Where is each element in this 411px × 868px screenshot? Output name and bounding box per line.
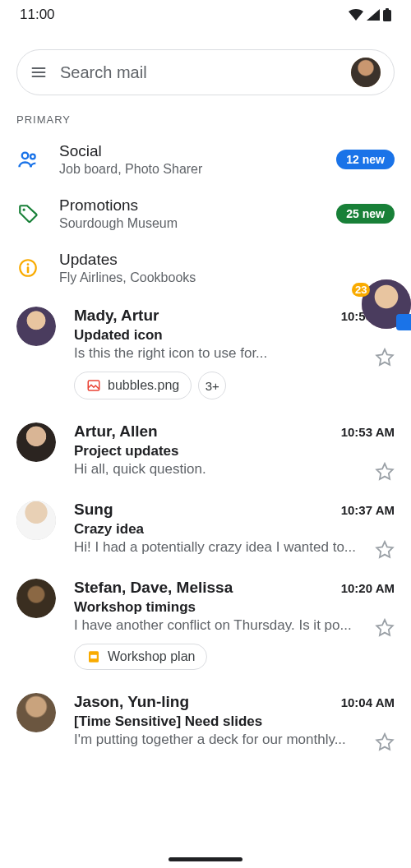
email-preview: Hi all, quick question.: [74, 461, 395, 478]
chip-label: Workshop plan: [108, 649, 195, 664]
image-icon: [86, 378, 101, 393]
svg-rect-10: [90, 655, 97, 659]
email-subject: Crazy idea: [74, 521, 395, 538]
email-time: 10:53 AM: [341, 425, 395, 439]
sender-avatar[interactable]: [16, 693, 56, 732]
attachment-chip[interactable]: bubbles.png: [74, 372, 192, 399]
attachment-more[interactable]: 3+: [198, 372, 226, 399]
people-icon: [16, 148, 39, 171]
tab-subtitle: Job board, Photo Sharer: [59, 162, 316, 177]
email-preview: I'm putting together a deck for our mont…: [74, 732, 395, 748]
search-input[interactable]: Search mail: [60, 63, 338, 82]
svg-rect-1: [386, 8, 389, 11]
tab-subtitle: Fly Airlines, Cookbooks: [59, 270, 395, 285]
star-icon[interactable]: [375, 348, 395, 367]
chip-label: bubbles.png: [108, 378, 179, 393]
badge-new: 12 new: [336, 150, 395, 169]
email-time: 10:37 AM: [341, 503, 395, 517]
menu-icon[interactable]: [30, 64, 47, 81]
email-subject: Updated icon: [74, 327, 395, 344]
tab-subtitle: Sourdough Museum: [59, 216, 316, 231]
email-subject: Workshop timings: [74, 599, 395, 616]
status-time: 11:00: [20, 7, 55, 23]
email-item[interactable]: Sung 10:37 AM Crazy idea Hi! I had a pot…: [0, 489, 411, 567]
tab-social[interactable]: Social Job board, Photo Sharer 12 new: [0, 132, 411, 187]
home-indicator[interactable]: [169, 857, 242, 861]
star-icon[interactable]: [375, 618, 395, 638]
profile-avatar[interactable]: [351, 58, 381, 87]
star-icon[interactable]: [375, 732, 395, 752]
signal-icon: [367, 9, 380, 21]
svg-point-2: [22, 153, 28, 159]
tab-updates[interactable]: Updates Fly Airlines, Cookbooks: [0, 241, 411, 295]
status-bar: 11:00: [0, 0, 411, 30]
email-subject: Project updates: [74, 443, 395, 459]
messenger-icon: [396, 314, 411, 330]
email-item[interactable]: Stefan, Dave, Melissa 10:20 AM Workshop …: [0, 567, 411, 681]
email-sender: Stefan, Dave, Melissa: [74, 579, 233, 597]
status-icons: [349, 8, 391, 21]
slides-icon: [86, 649, 101, 664]
star-icon[interactable]: [375, 462, 395, 482]
sender-avatar[interactable]: [16, 307, 56, 346]
sender-avatar[interactable]: [16, 422, 56, 462]
svg-point-4: [23, 209, 25, 211]
section-label: PRIMARY: [0, 104, 411, 132]
svg-point-3: [30, 155, 35, 159]
chat-head[interactable]: 23: [362, 279, 411, 329]
email-sender: Sung: [74, 501, 113, 519]
email-preview: Is this the right icon to use for...: [74, 345, 395, 362]
attachment-chip[interactable]: Workshop plan: [74, 644, 207, 670]
sender-avatar[interactable]: [16, 501, 56, 540]
email-item[interactable]: Jason, Yun-ling 10:04 AM [Time Sensitive…: [0, 681, 411, 760]
wifi-icon: [349, 9, 363, 21]
badge-new: 25 new: [336, 204, 395, 224]
sender-avatar[interactable]: [16, 579, 56, 618]
search-bar[interactable]: Search mail: [16, 49, 395, 95]
email-item[interactable]: Mady, Artur 10:55 AM Updated icon Is thi…: [0, 295, 411, 411]
email-sender: Jason, Yun-ling: [74, 693, 189, 711]
email-subject: [Time Sensitive] Need slides: [74, 713, 395, 730]
star-icon[interactable]: [375, 540, 395, 560]
tag-icon: [16, 202, 39, 225]
email-item[interactable]: Artur, Allen 10:53 AM Project updates Hi…: [0, 411, 411, 489]
email-sender: Mady, Artur: [74, 307, 159, 325]
info-icon: [16, 256, 39, 279]
email-time: 10:04 AM: [341, 695, 395, 709]
tab-title: Social: [59, 142, 316, 160]
tab-promotions[interactable]: Promotions Sourdough Museum 25 new: [0, 187, 411, 241]
email-preview: Hi! I had a potentially crazy idea I wan…: [74, 539, 395, 556]
svg-rect-0: [383, 10, 391, 21]
email-time: 10:20 AM: [341, 581, 395, 595]
tab-title: Promotions: [59, 196, 316, 215]
email-sender: Artur, Allen: [74, 422, 158, 441]
chat-badge: 23: [352, 283, 370, 297]
tab-title: Updates: [59, 251, 395, 269]
email-preview: I have another conflict on Thursday. Is …: [74, 617, 395, 634]
battery-icon: [383, 8, 391, 21]
